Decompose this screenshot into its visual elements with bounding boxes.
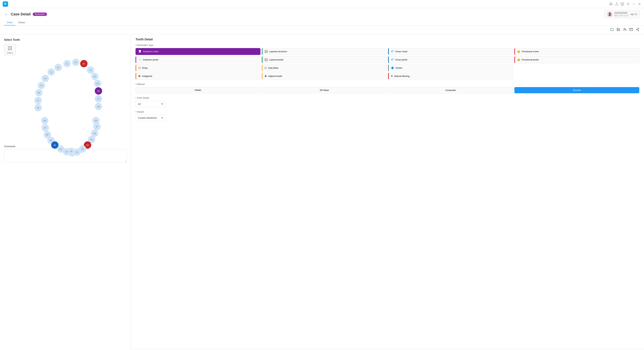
layered-pontic-icon: 🪟 [264,58,268,61]
account-icon[interactable] [626,2,630,6]
layered-zirconium-icon: 🪟 [264,50,268,53]
emax-crown-label: Emax crown [396,50,408,53]
restoration-adjacent-teeth[interactable]: ⚙ Adjacent teeth [262,73,387,80]
implant-chevron-icon: ▼ [161,117,163,119]
tooth-13[interactable]: 13 [48,68,55,76]
close-icon[interactable] [638,2,641,6]
anatomic-crown-label: Anatomic crown [143,50,158,53]
restoration-type-label: Restoration Type [136,44,639,46]
restoration-provisional-pontic[interactable]: 👑 Provisional pontic [514,56,639,63]
restoration-emax-pontic[interactable]: 💎 Emax pontic [388,56,513,63]
main-content: Select Tooth 🖼 Gallery 12 11 21 22 13 23… [0,34,644,350]
tooth-shade-section: Tooth Shade A2 ▼ [136,97,639,107]
settings-icon[interactable] [620,2,624,6]
gallery-icon: 🖼 [8,45,12,51]
inlay-base-label: Inlay Base [268,67,278,69]
tooth-22[interactable]: 22 [80,60,88,67]
share-icon[interactable] [636,28,639,32]
restoration-grid-row3: ⬡ Onlay ⬡ Inlay Base 🔷 Veneer [136,64,639,71]
tooth-23[interactable]: 23 [87,66,94,74]
tooth-28[interactable]: 28 [95,103,102,110]
svg-point-16 [638,30,639,31]
tooth-detail-title: Tooth Detail [136,38,639,41]
comments-label: Comments [4,145,126,148]
tooth-25[interactable]: 25 [94,80,101,87]
svg-point-3 [616,2,617,3]
tooth-shade-value: A2 [138,103,141,105]
folder-icon[interactable] [610,28,614,32]
back-button[interactable]: ← [4,12,9,17]
implant-select[interactable]: Custom Abutment ▼ [136,115,166,121]
right-panel-wrapper: Tooth Detail Restoration Type 🦷 Anatomic… [131,34,644,350]
network-icon[interactable] [615,2,618,6]
tooth-15[interactable]: 15 [38,82,45,89]
tooth-17[interactable]: 17 [34,97,42,104]
logo-text: R [4,2,6,5]
tooth-24[interactable]: 24 [91,73,98,80]
tooth-14[interactable]: 14 [42,75,49,82]
svg-rect-2 [612,4,613,5]
titlebar: R [0,0,644,8]
restoration-layered-zirconium[interactable]: 🪟 Layered zirconium [262,48,387,55]
svg-line-18 [637,29,638,29]
tooth-48[interactable]: 48 [41,117,48,124]
action-bar: Add Cancel [131,349,644,350]
tooth-26[interactable]: 26 [95,87,102,95]
patient-avatar: 👤 [607,11,612,17]
restoration-emax-crown[interactable]: 💎 Emax crown [388,48,513,55]
svg-point-15 [636,29,637,30]
tooth-16[interactable]: 16 [35,89,42,96]
material-grid: PMMA NP Metal Composite Zirconia [136,87,639,93]
tooth-37[interactable]: 37 [93,123,100,130]
restoration-veneer[interactable]: 🔷 Veneer [388,64,513,71]
veneer-icon: 🔷 [391,66,394,69]
plugin-icon[interactable] [609,2,613,6]
layered-pontic-label: Layered pontic [269,58,284,61]
material-np-metal[interactable]: NP Metal [262,87,387,93]
anatomic-pontic-label: Anatomic pontic [143,58,158,61]
gallery-button[interactable]: 🖼 Gallery [4,44,16,55]
restoration-onlay[interactable]: ⬡ Onlay [136,64,260,71]
select-tooth-title: Select Tooth [4,38,126,41]
material-zirconia[interactable]: Zirconia [514,87,639,93]
onlay-icon: ⬡ [138,66,140,69]
svg-rect-1 [610,4,610,5]
emax-pontic-icon: 💎 [391,58,394,61]
restoration-anatomic-pontic[interactable]: 🦷 Anatomic pontic [136,56,260,63]
natural-missing-icon: ✕ [391,75,393,78]
restoration-provisional-crown[interactable]: 👑 Provisional crown [514,48,639,55]
emax-crown-icon: 💎 [391,50,394,53]
tab-order[interactable]: Order [4,20,16,25]
tooth-18[interactable]: 18 [34,104,42,111]
provisional-crown-icon: 👑 [517,50,520,53]
implant-label: Implant [136,111,639,113]
share-people-icon[interactable] [623,28,626,32]
provisional-crown-label: Provisional crown [522,50,539,53]
provisional-pontic-label: Provisional pontic [522,58,539,61]
svg-point-6 [622,3,623,4]
restoration-antagonist[interactable]: ⚙ Antagonist [136,73,260,80]
restoration-inlay-base[interactable]: ⬡ Inlay Base [262,64,387,71]
tooth-47[interactable]: 47 [42,124,49,132]
tooth-27[interactable]: 27 [95,95,102,103]
tab-viewer[interactable]: Viewer [16,20,28,25]
tooth-12[interactable]: 12 [54,64,62,71]
svg-point-5 [618,5,618,5]
onlay-label: Onlay [142,67,148,69]
tooth-diagram: 12 11 21 22 13 23 14 24 15 25 16 26 17 2… [5,58,126,142]
tooth-11[interactable]: 11 [64,60,71,67]
restoration-natural-missing[interactable]: ✕ Natural Missing... [388,73,513,80]
tooth-shade-select[interactable]: A2 ▼ [136,101,166,107]
restoration-layered-pontic[interactable]: 🪟 Layered pontic [262,56,387,63]
mail-icon[interactable] [629,28,633,32]
restoration-anatomic-crown[interactable]: 🦷 Anatomic crown [136,48,260,55]
titlebar-icons [609,2,641,6]
antagonist-label: Antagonist [142,75,152,77]
save-icon[interactable] [616,28,620,32]
minimize-icon[interactable] [632,2,636,6]
tooth-21[interactable]: 21 [72,59,80,66]
material-composite[interactable]: Composite [388,87,513,93]
tooth-32[interactable]: 32 [68,148,75,155]
tabs: Order Viewer [4,20,640,25]
material-pmma[interactable]: PMMA [136,87,260,93]
